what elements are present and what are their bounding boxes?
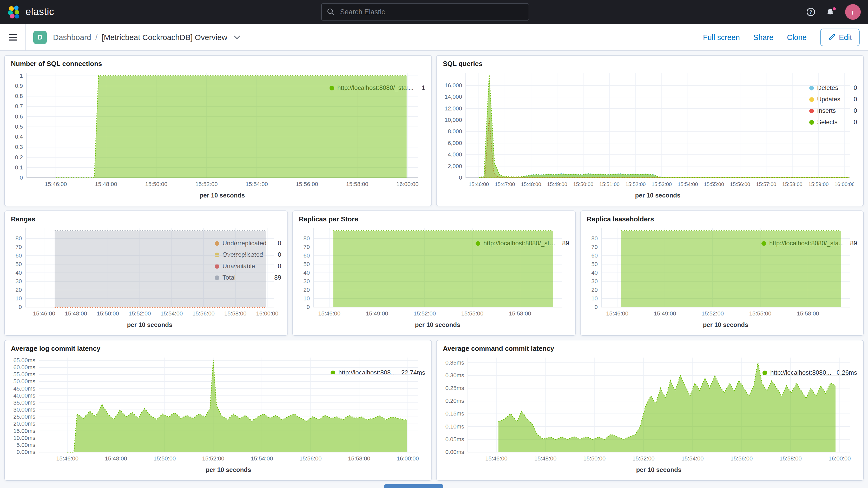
panel-title: Ranges bbox=[11, 215, 282, 223]
svg-text:0: 0 bbox=[595, 304, 598, 310]
svg-text:0.35ms: 0.35ms bbox=[445, 359, 464, 366]
clone-button[interactable]: Clone bbox=[787, 33, 807, 41]
sql-queries-area-chart: 16,00014,00012,00010,0008,0006,0004,0002… bbox=[442, 69, 806, 202]
breadcrumb-dashboard[interactable]: Dashboard bbox=[53, 33, 91, 41]
title-menu-button[interactable] bbox=[233, 34, 241, 40]
svg-text:15:46:00: 15:46:00 bbox=[606, 310, 628, 317]
svg-text:25.00ms: 25.00ms bbox=[13, 414, 35, 420]
kibana-dashboard-app: elastic ? bbox=[0, 0, 868, 488]
dashboard-toolbar: D Dashboard / [Metricbeat CockroachDB] O… bbox=[0, 24, 868, 51]
svg-text:6,000: 6,000 bbox=[448, 140, 462, 146]
svg-text:0: 0 bbox=[307, 304, 310, 310]
svg-text:0.5: 0.5 bbox=[15, 123, 23, 130]
svg-text:per 10 seconds: per 10 seconds bbox=[415, 321, 461, 328]
svg-text:20: 20 bbox=[304, 286, 310, 293]
legend-value: 0 bbox=[854, 96, 857, 103]
svg-text:16:00:00: 16:00:00 bbox=[835, 181, 854, 187]
global-search bbox=[321, 3, 529, 21]
svg-text:70: 70 bbox=[304, 244, 310, 250]
svg-text:15:55:00: 15:55:00 bbox=[749, 310, 772, 317]
svg-text:60: 60 bbox=[16, 252, 22, 259]
legend-value: 0 bbox=[854, 107, 857, 114]
svg-text:15:46:00: 15:46:00 bbox=[56, 455, 79, 462]
help-button[interactable]: ? bbox=[806, 7, 815, 17]
dashboard-row-2: Ranges 8070605040302010015:46:0015:48:00… bbox=[4, 211, 864, 336]
svg-text:0.10ms: 0.10ms bbox=[445, 423, 464, 430]
svg-text:15:48:00: 15:48:00 bbox=[65, 310, 87, 317]
svg-text:0.3: 0.3 bbox=[15, 144, 23, 150]
svg-text:0: 0 bbox=[459, 174, 462, 181]
svg-text:0.6: 0.6 bbox=[15, 113, 23, 120]
svg-text:16:00:00: 16:00:00 bbox=[397, 455, 419, 462]
edit-button[interactable]: Edit bbox=[820, 28, 860, 46]
svg-text:per 10 seconds: per 10 seconds bbox=[635, 192, 681, 199]
svg-text:15:46:00: 15:46:00 bbox=[469, 181, 489, 187]
svg-text:15:52:00: 15:52:00 bbox=[632, 455, 655, 462]
svg-text:10.00ms: 10.00ms bbox=[13, 435, 35, 441]
sql-connections-area-chart: 10.90.80.70.60.50.40.30.20.1015:46:0015:… bbox=[10, 69, 327, 202]
breadcrumb-separator: / bbox=[95, 33, 97, 41]
dashboard-row-3: Average log commit latency 65.00ms60.00m… bbox=[4, 340, 864, 481]
svg-text:60.00ms: 60.00ms bbox=[13, 364, 35, 370]
svg-text:15:50:00: 15:50:00 bbox=[573, 181, 594, 187]
svg-text:55.00ms: 55.00ms bbox=[13, 371, 35, 377]
global-search-input[interactable] bbox=[339, 7, 524, 17]
user-avatar[interactable]: r bbox=[845, 4, 861, 20]
svg-text:15:49:00: 15:49:00 bbox=[654, 310, 676, 317]
dashboard-row-1: Number of SQL connections 10.90.80.70.60… bbox=[4, 55, 864, 206]
svg-text:15:52:00: 15:52:00 bbox=[202, 455, 224, 462]
edit-button-label: Edit bbox=[839, 33, 852, 41]
svg-text:16:00:00: 16:00:00 bbox=[256, 310, 278, 317]
notifications-button[interactable] bbox=[826, 7, 835, 17]
global-search-box[interactable] bbox=[321, 3, 529, 21]
svg-text:15:50:00: 15:50:00 bbox=[145, 181, 167, 187]
svg-text:15:58:00: 15:58:00 bbox=[797, 310, 819, 317]
elastic-logo-icon bbox=[7, 5, 21, 19]
log-commit-latency-area-chart: 65.00ms60.00ms55.00ms50.00ms45.00ms40.00… bbox=[10, 354, 328, 476]
svg-text:15:58:00: 15:58:00 bbox=[782, 181, 803, 187]
svg-text:15:56:00: 15:56:00 bbox=[731, 455, 753, 462]
svg-text:?: ? bbox=[809, 9, 812, 15]
svg-text:per 10 seconds: per 10 seconds bbox=[206, 466, 251, 473]
svg-text:15:54:00: 15:54:00 bbox=[678, 181, 698, 187]
svg-text:15:57:00: 15:57:00 bbox=[756, 181, 776, 187]
svg-text:30: 30 bbox=[591, 278, 598, 284]
svg-text:15:46:00: 15:46:00 bbox=[485, 455, 507, 462]
svg-text:10,000: 10,000 bbox=[445, 117, 462, 123]
svg-text:0.05ms: 0.05ms bbox=[445, 436, 464, 443]
panel-title: Average command commit latency bbox=[443, 344, 858, 353]
svg-text:per 10 seconds: per 10 seconds bbox=[636, 466, 682, 473]
svg-text:30: 30 bbox=[304, 278, 310, 284]
svg-text:15:48:00: 15:48:00 bbox=[95, 181, 117, 187]
full-screen-button[interactable]: Full screen bbox=[703, 33, 740, 41]
svg-text:per 10 seconds: per 10 seconds bbox=[127, 321, 173, 328]
svg-text:80: 80 bbox=[591, 235, 598, 242]
panel-title: Average log commit latency bbox=[11, 344, 426, 353]
svg-text:50: 50 bbox=[304, 261, 310, 267]
panel-average-command-commit-latency: Average command commit latency 0.35ms0.3… bbox=[436, 340, 864, 481]
svg-text:0.4: 0.4 bbox=[15, 133, 23, 140]
svg-text:15:46:00: 15:46:00 bbox=[318, 310, 340, 317]
partial-panel-indicator bbox=[384, 484, 443, 488]
svg-text:10: 10 bbox=[591, 295, 598, 302]
svg-text:30: 30 bbox=[16, 278, 22, 284]
svg-text:15:55:00: 15:55:00 bbox=[704, 181, 724, 187]
svg-text:15:58:00: 15:58:00 bbox=[779, 455, 802, 462]
svg-text:60: 60 bbox=[304, 252, 310, 259]
svg-text:15:58:00: 15:58:00 bbox=[346, 181, 369, 187]
legend-value: 0 bbox=[854, 84, 857, 91]
main-menu-button[interactable] bbox=[0, 24, 26, 51]
svg-text:15:48:00: 15:48:00 bbox=[534, 455, 557, 462]
svg-text:8,000: 8,000 bbox=[448, 128, 462, 134]
svg-text:16,000: 16,000 bbox=[445, 82, 462, 89]
svg-text:15:46:00: 15:46:00 bbox=[33, 310, 55, 317]
svg-text:0.25ms: 0.25ms bbox=[445, 385, 464, 391]
svg-text:0: 0 bbox=[19, 304, 22, 310]
space-badge[interactable]: D bbox=[33, 30, 47, 44]
svg-text:15:47:00: 15:47:00 bbox=[495, 181, 515, 187]
svg-text:4,000: 4,000 bbox=[448, 151, 462, 158]
share-button[interactable]: Share bbox=[753, 33, 773, 41]
elastic-home-link[interactable]: elastic bbox=[7, 5, 54, 19]
svg-text:15:59:00: 15:59:00 bbox=[808, 181, 829, 187]
svg-text:15:49:00: 15:49:00 bbox=[547, 181, 567, 187]
